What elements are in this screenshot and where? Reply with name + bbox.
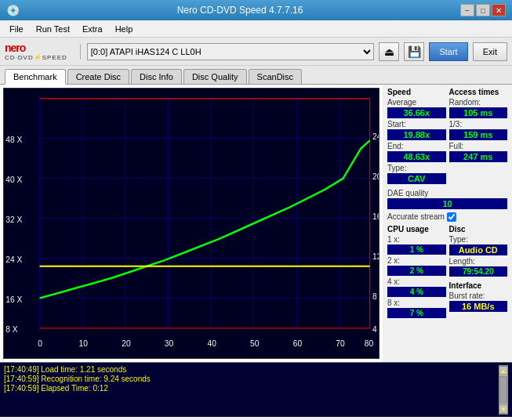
svg-rect-0 bbox=[4, 89, 379, 358]
close-button[interactable]: ✕ bbox=[492, 4, 506, 16]
menu-extra[interactable]: Extra bbox=[76, 23, 109, 35]
drive-select[interactable]: [0:0] ATAPI iHAS124 C LL0H bbox=[87, 43, 375, 60]
svg-text:16: 16 bbox=[372, 211, 379, 221]
tab-benchmark[interactable]: Benchmark bbox=[5, 69, 66, 85]
svg-text:8 X: 8 X bbox=[5, 324, 18, 334]
svg-text:8: 8 bbox=[372, 291, 377, 301]
log-scrollbar[interactable]: ▲ ▼ bbox=[499, 365, 508, 415]
svg-text:40: 40 bbox=[207, 338, 216, 348]
app-icon: 💿 bbox=[6, 4, 20, 16]
log-line-0: [17:40:49] Load time: 1.21 seconds bbox=[4, 365, 499, 374]
cpu-1x-value: 1 % bbox=[387, 244, 446, 255]
avg-value: 36.66x bbox=[387, 107, 446, 118]
random-value: 105 ms bbox=[449, 107, 508, 118]
window-controls: − □ ✕ bbox=[460, 4, 506, 16]
tab-disc-info[interactable]: Disc Info bbox=[131, 69, 182, 84]
toolbar: nero CD·DVD⚡SPEED [0:0] ATAPI iHAS124 C … bbox=[0, 38, 512, 66]
maximize-button[interactable]: □ bbox=[476, 4, 490, 16]
cpu-1x-label: 1 x: bbox=[387, 235, 446, 244]
start-value: 19.88x bbox=[387, 129, 446, 140]
minimize-button[interactable]: − bbox=[460, 4, 474, 16]
speed-header: Speed bbox=[387, 88, 446, 96]
svg-text:20: 20 bbox=[122, 338, 130, 348]
save-button[interactable]: 💾 bbox=[404, 42, 424, 61]
dae-header: DAE quality bbox=[387, 189, 507, 197]
svg-text:30: 30 bbox=[165, 338, 173, 348]
cpu-2x-label: 2 x: bbox=[387, 256, 446, 265]
tab-create-disc[interactable]: Create Disc bbox=[67, 69, 129, 84]
random-label: Random: bbox=[449, 98, 508, 107]
stats-panel: Speed Average 36.66x Start: 19.88x End: … bbox=[383, 85, 512, 362]
end-value: 48.63x bbox=[387, 151, 446, 162]
log-line-2: [17:40:59] Elapsed Time: 0:12 bbox=[4, 384, 499, 393]
svg-text:20: 20 bbox=[372, 171, 379, 181]
type-label: Type: bbox=[387, 164, 446, 172]
cpu-4x-value: 4 % bbox=[387, 287, 446, 297]
svg-text:80: 80 bbox=[365, 338, 373, 348]
access-header: Access times bbox=[449, 88, 508, 96]
chart-area: 8 X 16 X 24 X 32 X 40 X 48 X 4 8 12 16 2… bbox=[3, 88, 379, 359]
avg-label: Average bbox=[387, 98, 446, 107]
svg-text:24: 24 bbox=[372, 131, 379, 141]
svg-text:10: 10 bbox=[79, 338, 88, 348]
cpu-header: CPU usage bbox=[387, 225, 446, 234]
interface-header: Interface bbox=[449, 281, 508, 290]
svg-text:32 X: 32 X bbox=[5, 214, 23, 224]
svg-text:40 X: 40 X bbox=[5, 174, 23, 184]
svg-text:0: 0 bbox=[38, 338, 42, 348]
cpu-8x-value: 7 % bbox=[387, 308, 446, 318]
exit-button[interactable]: Exit bbox=[473, 42, 507, 61]
log-line-1: [17:40:59] Recognition time: 9.24 second… bbox=[4, 375, 499, 383]
svg-text:24 X: 24 X bbox=[5, 254, 23, 264]
disc-type-label: Type: bbox=[449, 235, 508, 244]
type-value: CAV bbox=[387, 173, 446, 184]
burst-value: 16 MB/s bbox=[449, 301, 508, 312]
svg-text:48 X: 48 X bbox=[5, 134, 23, 144]
scroll-up-button[interactable]: ▲ bbox=[499, 366, 508, 375]
cpu-8x-label: 8 x: bbox=[387, 299, 446, 307]
cpu-2x-value: 2 % bbox=[387, 266, 446, 276]
svg-text:4: 4 bbox=[372, 324, 377, 334]
end-label: End: bbox=[387, 142, 446, 150]
title-bar: 💿 Nero CD-DVD Speed 4.7.7.16 − □ ✕ bbox=[0, 0, 512, 20]
menu-bar: File Run Test Extra Help bbox=[0, 20, 512, 38]
menu-file[interactable]: File bbox=[3, 23, 30, 35]
one-third-value: 159 ms bbox=[449, 129, 508, 140]
svg-text:50: 50 bbox=[250, 338, 259, 348]
disc-type-value: Audio CD bbox=[449, 244, 508, 255]
scroll-down-button[interactable]: ▼ bbox=[499, 404, 508, 414]
eject-button[interactable]: ⏏ bbox=[379, 42, 399, 61]
start-label: Start: bbox=[387, 120, 446, 129]
accurate-checkbox[interactable] bbox=[447, 212, 456, 222]
svg-text:60: 60 bbox=[293, 338, 302, 348]
tab-scandisc[interactable]: ScanDisc bbox=[249, 69, 302, 84]
disc-length-label: Length: bbox=[449, 257, 508, 266]
one-third-label: 1/3: bbox=[449, 120, 508, 129]
svg-text:70: 70 bbox=[336, 338, 344, 348]
toolbar-divider bbox=[80, 44, 81, 60]
menu-help[interactable]: Help bbox=[109, 23, 140, 35]
burst-label: Burst rate: bbox=[449, 291, 508, 300]
dae-value: 10 bbox=[387, 198, 507, 209]
accurate-label: Accurate stream bbox=[387, 212, 445, 221]
full-value: 247 ms bbox=[449, 151, 508, 162]
svg-text:12: 12 bbox=[372, 251, 379, 261]
cpu-4x-label: 4 x: bbox=[387, 277, 446, 286]
menu-run-test[interactable]: Run Test bbox=[30, 23, 76, 35]
nero-logo: nero CD·DVD⚡SPEED bbox=[5, 42, 67, 61]
chart-svg: 8 X 16 X 24 X 32 X 40 X 48 X 4 8 12 16 2… bbox=[4, 89, 379, 358]
disc-header: Disc bbox=[449, 225, 508, 234]
main-content: 8 X 16 X 24 X 32 X 40 X 48 X 4 8 12 16 2… bbox=[0, 85, 512, 362]
start-button[interactable]: Start bbox=[429, 42, 467, 61]
full-label: Full: bbox=[449, 142, 508, 150]
window-title: Nero CD-DVD Speed 4.7.7.16 bbox=[177, 5, 303, 16]
tab-disc-quality[interactable]: Disc Quality bbox=[183, 69, 247, 84]
tabs-bar: Benchmark Create Disc Disc Info Disc Qua… bbox=[0, 66, 512, 85]
scroll-thumb[interactable] bbox=[499, 376, 507, 404]
log-content: [17:40:49] Load time: 1.21 seconds [17:4… bbox=[4, 365, 499, 415]
disc-length-value: 79:54.20 bbox=[449, 266, 508, 277]
svg-text:16 X: 16 X bbox=[5, 294, 23, 304]
log-area: [17:40:49] Load time: 1.21 seconds [17:4… bbox=[0, 362, 512, 417]
